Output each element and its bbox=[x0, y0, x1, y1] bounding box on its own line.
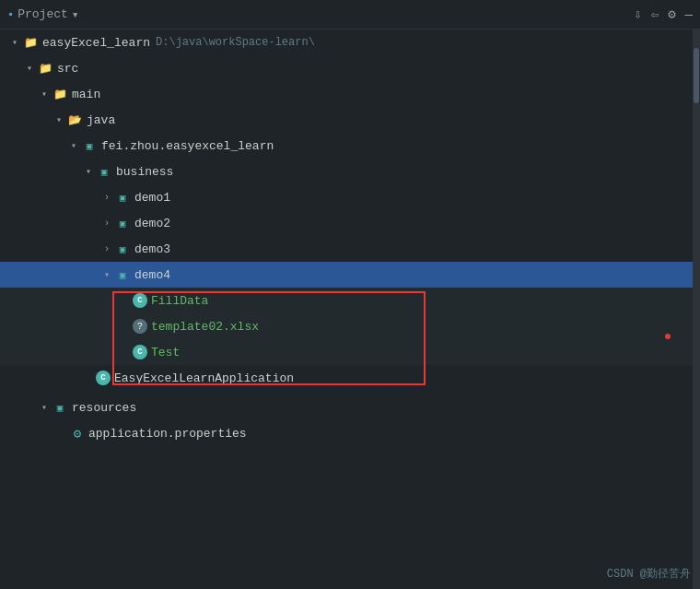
tree-item-test[interactable]: C Test bbox=[0, 339, 693, 365]
tree-item-filldata[interactable]: C FillData bbox=[0, 288, 693, 313]
tree-item-resources[interactable]: ▣ resources bbox=[0, 395, 693, 420]
label-fei-zhou: fei.zhou.easyexcel_learn bbox=[101, 139, 274, 153]
label-business: business bbox=[116, 165, 173, 179]
label-app: EasyExcelLearnApplication bbox=[114, 371, 294, 385]
folder-icon-demo2: ▣ bbox=[114, 217, 131, 230]
folder-icon-resources: ▣ bbox=[52, 401, 68, 414]
label-easyexcel: easyExcel_learn bbox=[42, 36, 150, 50]
label-demo4: demo4 bbox=[134, 268, 170, 282]
toolbar-title: ▪ Project ▾ bbox=[7, 7, 79, 22]
arrow-easyexcel bbox=[7, 35, 22, 50]
scrollbar[interactable] bbox=[693, 29, 700, 589]
navigate-icon[interactable]: ⇦ bbox=[651, 6, 659, 22]
arrow-demo4 bbox=[99, 267, 114, 282]
label-demo1: demo1 bbox=[134, 191, 170, 205]
minimize-icon[interactable]: — bbox=[685, 7, 693, 22]
toolbar-icons: ⇩ ⇦ ⚙ — bbox=[634, 6, 693, 22]
tree-item-java[interactable]: 📂 java bbox=[0, 107, 693, 133]
tree-item-demo3[interactable]: ▣ demo3 bbox=[0, 236, 693, 262]
arrow-java bbox=[52, 112, 66, 127]
scrollbar-thumb[interactable] bbox=[694, 48, 699, 103]
watermark: CSDN @勤径苦舟 bbox=[607, 566, 691, 582]
label-demo3: demo3 bbox=[134, 242, 170, 256]
red-dot-marker bbox=[665, 334, 671, 339]
label-test: Test bbox=[151, 346, 180, 359]
arrow-business bbox=[81, 164, 96, 179]
path-easyexcel: D:\java\workSpace-learn\ bbox=[156, 36, 315, 49]
arrow-resources bbox=[37, 400, 52, 415]
tree-item-business[interactable]: ▣ business bbox=[0, 159, 693, 184]
file-icon-app: C bbox=[96, 371, 111, 385]
label-resources: resources bbox=[72, 401, 136, 415]
folder-icon-src: 📁 bbox=[37, 62, 53, 75]
folder-icon-small: ▪ bbox=[7, 8, 14, 21]
folder-icon-demo3: ▣ bbox=[114, 242, 131, 255]
label-filldata: FillData bbox=[151, 294, 208, 308]
toolbar-title-text: Project bbox=[18, 7, 68, 21]
tree-item-template02[interactable]: ? template02.xlsx bbox=[0, 313, 693, 339]
tree-container: 📁 easyExcel_learn D:\java\workSpace-lear… bbox=[0, 29, 693, 589]
label-template02: template02.xlsx bbox=[151, 320, 259, 334]
tree-item-demo1[interactable]: ▣ demo1 bbox=[0, 184, 693, 210]
chevron-down-icon[interactable]: ▾ bbox=[72, 7, 79, 22]
main-area: 📁 easyExcel_learn D:\java\workSpace-lear… bbox=[0, 29, 700, 589]
folder-icon-easyexcel: 📁 bbox=[22, 36, 39, 49]
arrow-main bbox=[37, 87, 52, 101]
tree-item-src[interactable]: 📁 src bbox=[0, 55, 693, 81]
file-icon-filldata: C bbox=[133, 293, 147, 308]
tree-item-demo2[interactable]: ▣ demo2 bbox=[0, 210, 693, 236]
arrow-demo1 bbox=[99, 190, 114, 205]
file-icon-test: C bbox=[133, 345, 147, 359]
file-icon-template02: ? bbox=[133, 319, 147, 334]
arrow-demo2 bbox=[99, 216, 114, 230]
tree-item-app[interactable]: C EasyExcelLearnApplication bbox=[0, 365, 693, 391]
toolbar: ▪ Project ▾ ⇩ ⇦ ⚙ — bbox=[0, 0, 700, 29]
folder-icon-main: 📁 bbox=[52, 88, 68, 100]
folder-icon-java: 📂 bbox=[66, 113, 83, 126]
tree-item-main[interactable]: 📁 main bbox=[0, 81, 693, 107]
file-icon-appprops: ⚙ bbox=[70, 426, 85, 441]
folder-icon-business: ▣ bbox=[96, 165, 112, 178]
label-java: java bbox=[87, 113, 115, 127]
tree-item-easyexcel-learn[interactable]: 📁 easyExcel_learn D:\java\workSpace-lear… bbox=[0, 29, 693, 55]
label-appprops: application.properties bbox=[88, 427, 247, 441]
label-demo2: demo2 bbox=[134, 217, 170, 230]
folder-icon-fei-zhou: ▣ bbox=[81, 139, 98, 152]
label-src: src bbox=[57, 62, 78, 76]
label-main: main bbox=[72, 88, 100, 101]
settings-icon[interactable]: ⚙ bbox=[668, 6, 675, 22]
collapse-all-icon[interactable]: ⇩ bbox=[634, 6, 641, 22]
arrow-src bbox=[22, 61, 37, 76]
arrow-demo3 bbox=[99, 241, 114, 256]
tree-item-fei-zhou[interactable]: ▣ fei.zhou.easyexcel_learn bbox=[0, 133, 693, 159]
tree-item-appprops[interactable]: ⚙ application.properties bbox=[0, 420, 693, 446]
folder-icon-demo4: ▣ bbox=[114, 268, 131, 281]
tree-item-demo4[interactable]: ▣ demo4 bbox=[0, 262, 693, 288]
folder-icon-demo1: ▣ bbox=[114, 191, 131, 204]
arrow-fei-zhou bbox=[66, 138, 81, 153]
